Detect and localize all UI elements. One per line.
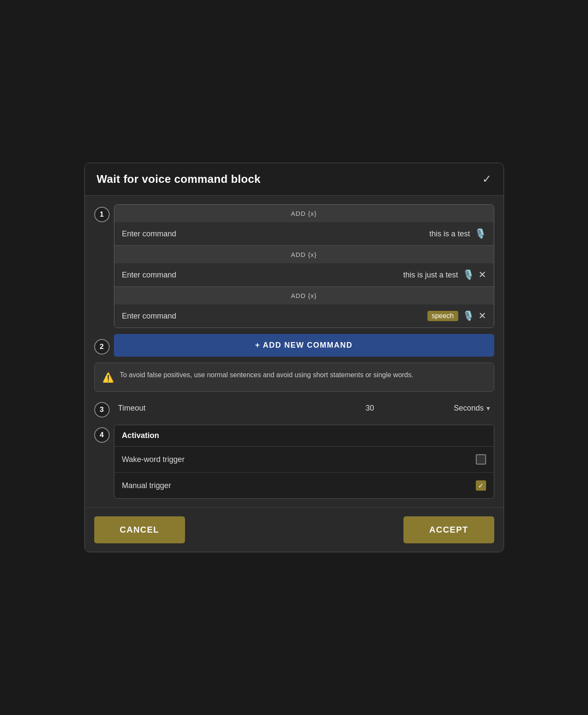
command-label-2: Enter command bbox=[122, 271, 176, 280]
command-item-2: ADD {x} Enter command this is just a tes… bbox=[114, 246, 494, 287]
add-command-label: + ADD NEW COMMAND bbox=[255, 341, 352, 350]
section2-content: + ADD NEW COMMAND bbox=[114, 334, 494, 357]
section2-number: 2 bbox=[94, 339, 110, 355]
warning-icon: ⚠️ bbox=[102, 370, 114, 384]
manual-trigger-checkbox[interactable]: ✓ bbox=[476, 480, 486, 491]
add-variable-label-3: ADD {x} bbox=[291, 292, 316, 299]
chevron-down-icon: ▾ bbox=[487, 404, 490, 412]
command-input-row-1: Enter command this is a test 🎙️ bbox=[114, 222, 494, 245]
check-icon[interactable]: ✓ bbox=[482, 173, 492, 186]
section4-number: 4 bbox=[94, 427, 110, 443]
warning-text: To avoid false positives, use normal sen… bbox=[120, 370, 414, 380]
command-input-row-2: Enter command this is just a test 🎙️ ✕ bbox=[114, 263, 494, 286]
close-icon-2[interactable]: ✕ bbox=[478, 269, 486, 280]
add-variable-btn-3[interactable]: ADD {x} bbox=[114, 287, 494, 304]
activation-title: Activation bbox=[122, 431, 159, 440]
mic-icon-3[interactable]: 🎙️ bbox=[463, 310, 474, 322]
dialog: Wait for voice command block ✓ 1 ADD {x}… bbox=[84, 163, 504, 552]
warning-box: ⚠️ To avoid false positives, use normal … bbox=[94, 363, 494, 392]
command-label-3: Enter command bbox=[122, 312, 176, 321]
timeout-unit-dropdown[interactable]: Seconds ▾ bbox=[454, 404, 490, 413]
add-variable-label-1: ADD {x} bbox=[291, 210, 316, 217]
manual-trigger-label: Manual trigger bbox=[122, 481, 171, 490]
wake-word-checkbox[interactable] bbox=[476, 454, 486, 465]
timeout-unit-label: Seconds bbox=[454, 404, 484, 413]
section4-row: 4 Activation Wake-word trigger Manual tr… bbox=[94, 425, 494, 499]
section3-row: 3 Timeout 30 Seconds ▾ bbox=[94, 398, 494, 419]
mic-icon-2[interactable]: 🎙️ bbox=[463, 269, 474, 280]
close-icon-3[interactable]: ✕ bbox=[478, 310, 486, 322]
command-value-area-1: this is a test 🎙️ bbox=[429, 228, 486, 239]
dialog-footer: CANCEL ACCEPT bbox=[85, 507, 504, 552]
dialog-title: Wait for voice command block bbox=[97, 173, 261, 186]
command-value-area-3: speech 🎙️ ✕ bbox=[427, 310, 486, 322]
speech-badge: speech bbox=[427, 311, 458, 321]
section2-row: 2 + ADD NEW COMMAND bbox=[94, 334, 494, 357]
dialog-body: 1 ADD {x} Enter command this is a test 🎙… bbox=[85, 196, 504, 507]
timeout-label: Timeout bbox=[118, 404, 286, 413]
section3-number: 3 bbox=[94, 402, 110, 417]
command-item-1: ADD {x} Enter command this is a test 🎙️ bbox=[114, 205, 494, 246]
add-variable-btn-2[interactable]: ADD {x} bbox=[114, 246, 494, 263]
activation-header: Activation bbox=[114, 425, 494, 447]
section1-row: 1 ADD {x} Enter command this is a test 🎙… bbox=[94, 204, 494, 328]
cancel-button[interactable]: CANCEL bbox=[94, 516, 185, 543]
manual-trigger-row: Manual trigger ✓ bbox=[114, 473, 494, 498]
add-variable-label-2: ADD {x} bbox=[291, 251, 316, 258]
wake-word-row: Wake-word trigger bbox=[114, 447, 494, 473]
mic-icon-1[interactable]: 🎙️ bbox=[475, 228, 486, 239]
accept-button[interactable]: ACCEPT bbox=[403, 516, 494, 543]
command-value-1: this is a test bbox=[429, 229, 470, 238]
command-input-row-3: Enter command speech 🎙️ ✕ bbox=[114, 304, 494, 328]
section4-content: Activation Wake-word trigger Manual trig… bbox=[114, 425, 494, 499]
section1-number: 1 bbox=[94, 207, 110, 222]
add-new-command-button[interactable]: + ADD NEW COMMAND bbox=[114, 334, 494, 357]
timeout-value: 30 bbox=[286, 404, 454, 413]
commands-box: ADD {x} Enter command this is a test 🎙️ bbox=[114, 204, 494, 328]
wake-word-label: Wake-word trigger bbox=[122, 455, 185, 464]
activation-box: Activation Wake-word trigger Manual trig… bbox=[114, 425, 494, 499]
timeout-row: Timeout 30 Seconds ▾ bbox=[114, 398, 494, 419]
section3-content: Timeout 30 Seconds ▾ bbox=[114, 398, 494, 419]
command-value-2: this is just a test bbox=[403, 271, 458, 280]
section1-content: ADD {x} Enter command this is a test 🎙️ bbox=[114, 204, 494, 328]
command-value-area-2: this is just a test 🎙️ ✕ bbox=[403, 269, 486, 280]
dialog-header: Wait for voice command block ✓ bbox=[85, 163, 504, 196]
command-item-3: ADD {x} Enter command speech 🎙️ ✕ bbox=[114, 287, 494, 328]
add-variable-btn-1[interactable]: ADD {x} bbox=[114, 205, 494, 222]
command-label-1: Enter command bbox=[122, 229, 176, 238]
